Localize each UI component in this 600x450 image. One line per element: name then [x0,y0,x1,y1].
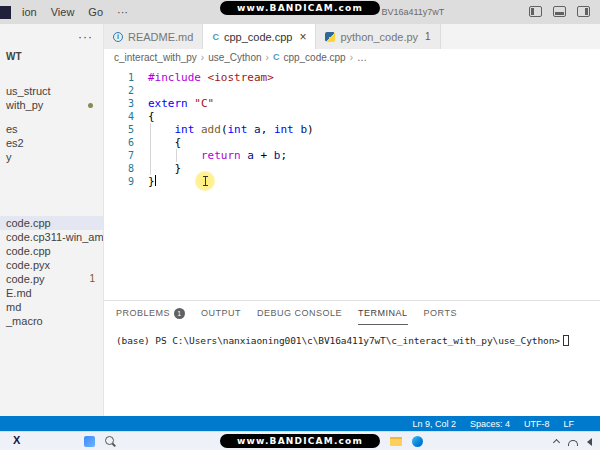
line-number[interactable]: 3 [104,97,134,110]
tree-item[interactable]: md [0,300,103,314]
speaker-icon[interactable] [587,438,592,446]
encoding-status[interactable]: UTF-8 [524,419,550,429]
line-number[interactable]: 1 [104,71,134,84]
tree-item[interactable]: _macro [0,314,103,328]
explorer-sidebar: ··· WT us_struct with_py es es2 y code.c… [0,24,104,416]
menu-more[interactable]: ··· [117,6,128,18]
tree-item-selected[interactable]: code.cpp [0,216,103,230]
line-number[interactable]: 2 [104,84,134,97]
panel-tabs: PROBLEMS 1 OUTPUT DEBUG CONSOLE TERMINAL… [104,301,600,325]
breadcrumb-folder[interactable]: c_interact_with_py [114,52,197,63]
widgets-icon[interactable] [84,436,95,447]
breadcrumb-folder[interactable]: use_Cython [208,52,261,63]
tree-item[interactable]: E.md [0,286,103,300]
tree-item[interactable]: us_struct [0,84,103,98]
panel-tab-terminal[interactable]: TERMINAL [358,301,408,325]
markdown-file-icon: i [113,32,123,42]
cpp-file-icon: C [212,32,219,42]
code-line[interactable]: 4{ [104,110,600,123]
menu-bar: ion View Go ··· [22,6,128,18]
cpp-file-icon: C [273,52,280,62]
code-line[interactable]: 7 return a + b; [104,149,600,162]
code-line[interactable]: 1#include <iostream> [104,71,600,84]
code-line[interactable]: 8 } [104,162,600,175]
toggle-secondary-sidebar-icon[interactable] [577,6,590,17]
code-line[interactable]: 9} [104,175,600,188]
indentation-status[interactable]: Spaces: 4 [470,419,510,429]
code-line[interactable]: 2 [104,84,600,97]
tab-cpp-code-cpp[interactable]: C cpp_code.cpp × [203,24,316,49]
code-editor[interactable]: 1#include <iostream>23extern "C"4{5 int … [104,65,600,188]
text-cursor [155,175,157,186]
cursor-position-status[interactable]: Ln 9, Col 2 [412,419,456,429]
tree-item[interactable]: code.py1 [0,272,103,286]
panel-tab-output[interactable]: OUTPUT [201,301,241,325]
tray-chevron-up-icon[interactable] [553,439,560,446]
code-text[interactable]: } [148,175,156,188]
tree-item[interactable]: es [0,122,103,136]
bandicam-watermark-top: www.BANDICAM.com [220,1,380,15]
code-text[interactable]: int add(int a, int b) [148,123,314,136]
menu-selection[interactable]: ion [22,6,37,18]
panel-tab-ports[interactable]: PORTS [424,301,457,325]
code-text[interactable]: return a + b; [148,149,287,162]
tree-item[interactable]: code.cp311-win_amd6... [0,230,103,244]
indent-guide [176,149,177,162]
ibeam-cursor-icon [205,176,206,186]
window-title: › BV16a411y7wT [376,7,444,17]
file-tree: WT us_struct with_py es es2 y code.cpp c… [0,50,103,328]
breadcrumbs: c_interact_with_py › use_Cython › C cpp_… [104,49,600,65]
wifi-icon[interactable] [568,440,578,446]
toggle-panel-icon[interactable] [553,6,566,17]
breadcrumb-file[interactable]: cpp_code.cpp [283,52,345,63]
code-text[interactable]: extern "C" [148,97,214,110]
editor-tabs: i README.md C cpp_code.cpp × python_code… [104,24,600,49]
breadcrumb-symbol[interactable]: … [357,52,367,63]
tree-item[interactable]: code.pyx [0,258,103,272]
tree-item[interactable]: y [0,150,103,164]
bandicam-watermark-bottom: www.BANDICAM.com [220,434,380,448]
code-lines: 1#include <iostream>23extern "C"4{5 int … [104,71,600,188]
problems-badge: 1 [174,308,185,319]
tree-item[interactable]: code.cpp [0,244,103,258]
tab-problems-badge: 1 [425,31,431,42]
eol-status[interactable]: LF [563,419,574,429]
line-number[interactable]: 6 [104,136,134,149]
tree-item-root[interactable]: WT [0,50,103,64]
code-text[interactable]: { [148,136,181,149]
python-file-icon [325,32,335,42]
tree-item[interactable]: with_py [0,98,103,112]
toggle-sidebar-icon[interactable] [529,6,542,17]
code-text[interactable]: } [148,162,181,175]
code-line[interactable]: 5 int add(int a, int b) [104,123,600,136]
taskbar-app-icon[interactable]: X [13,434,20,446]
tree-item[interactable]: es2 [0,136,103,150]
menu-go[interactable]: Go [88,6,103,18]
panel-tab-problems[interactable]: PROBLEMS 1 [116,301,185,325]
menu-view[interactable]: View [51,6,75,18]
code-text[interactable]: { [148,110,155,123]
line-number[interactable]: 8 [104,162,134,175]
explorer-actions-icon[interactable]: ··· [78,30,93,44]
line-number[interactable]: 4 [104,110,134,123]
line-number[interactable]: 5 [104,123,134,136]
close-tab-icon[interactable]: × [299,30,306,44]
line-number[interactable]: 9 [104,175,134,188]
problems-count-badge: 1 [89,272,95,286]
code-line[interactable]: 3extern "C" [104,97,600,110]
tab-python-code-py[interactable]: python_code.py 1 [316,24,440,49]
code-line[interactable]: 6 { [104,136,600,149]
terminal-prompt: (base) PS C:\Users\nanxiaoning001\c\BV16… [116,335,560,346]
line-number[interactable]: 7 [104,149,134,162]
vscode-window: ion View Go ··· › BV16a411y7wT www.BANDI… [0,0,600,450]
code-text[interactable]: #include <iostream> [148,71,274,84]
tab-readme-md[interactable]: i README.md [104,24,203,49]
indent-guide [150,123,151,175]
search-icon[interactable] [105,436,114,445]
panel-tab-debug-console[interactable]: DEBUG CONSOLE [257,301,342,325]
system-tray [554,437,592,446]
edge-browser-icon[interactable] [412,436,423,447]
terminal[interactable]: (base) PS C:\Users\nanxiaoning001\c\BV16… [104,325,600,346]
modified-dot-icon [88,103,93,108]
file-explorer-icon[interactable] [390,437,402,446]
